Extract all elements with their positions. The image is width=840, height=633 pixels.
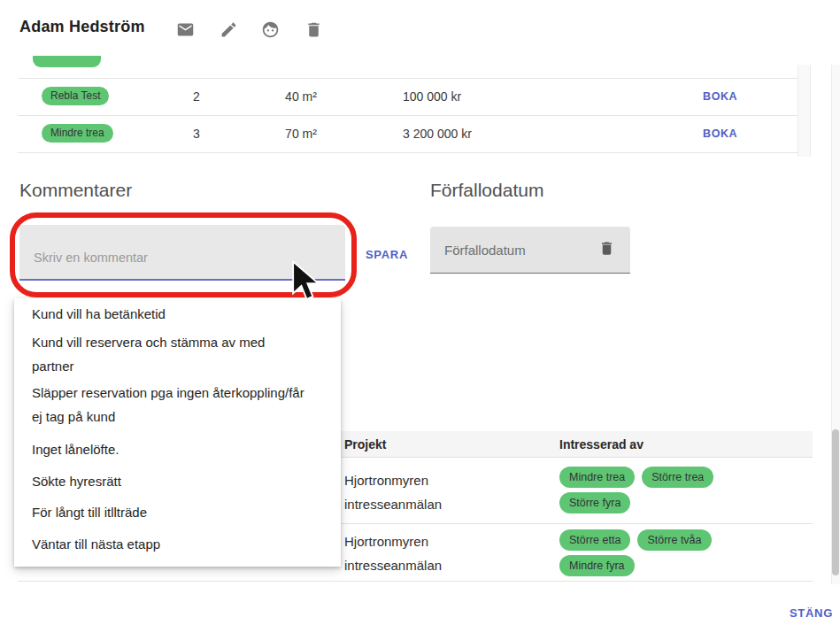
edit-contact-button[interactable] xyxy=(217,19,240,42)
suggestion-text: Kund vill reservera och stämma av med xyxy=(32,330,328,354)
unit-price: 100 000 kr xyxy=(403,88,461,105)
interest-chip: Mindre fyra xyxy=(559,555,635,576)
trash-icon xyxy=(598,240,615,260)
interest-chip: Större fyra xyxy=(559,492,630,513)
partial-unit-chip xyxy=(33,56,101,67)
suggestion-item[interactable]: Släpper reservation pga ingen återkoppli… xyxy=(14,381,341,428)
divider xyxy=(18,78,798,79)
contact-dialog: Adam Hedström Rebla Test 2 40 m² 100 000… xyxy=(0,0,840,633)
suggestion-item[interactable]: Kund vill reservera och stämma av med pa… xyxy=(14,330,341,378)
suggestion-text: ej tag på kund xyxy=(32,405,328,428)
suggestion-item[interactable]: För långt till itllträde xyxy=(14,500,341,524)
boka-button[interactable]: BOKA xyxy=(703,127,737,141)
column-header-projekt: Projekt xyxy=(344,437,386,452)
project-line: Hjortronmyren xyxy=(344,529,442,553)
contact-name-title: Adam Hedström xyxy=(19,18,145,36)
comment-suggestions-dropdown: Kund vill ha betänketid Kund vill reserv… xyxy=(14,298,341,567)
unit-type-chip: Rebla Test xyxy=(42,87,109,105)
mail-icon xyxy=(176,20,195,42)
unit-price: 3 200 000 kr xyxy=(403,125,472,143)
interest-chip: Större etta xyxy=(559,529,630,551)
interest-chips: Större etta Större tvåa Mindre fyra xyxy=(559,529,712,576)
suggestion-item[interactable]: Väntar till nästa etapp xyxy=(14,532,341,556)
project-line: intresseanmälan xyxy=(344,492,442,516)
comment-input[interactable] xyxy=(19,225,345,281)
interest-chips: Mindre trea Större trea Större fyra xyxy=(559,467,713,513)
due-date-heading: Förfallodatum xyxy=(430,180,543,201)
units-table-scrollbar[interactable] xyxy=(798,65,811,157)
unit-type-chip: Mindre trea xyxy=(42,124,113,143)
suggestion-text: För långt till itllträde xyxy=(32,500,328,524)
send-mail-button[interactable] xyxy=(173,19,197,42)
suggestion-text: Inget lånelöfte. xyxy=(32,437,328,461)
project-line: Hjortronmyren xyxy=(344,468,442,492)
suggestion-item[interactable]: Sökte hyresrätt xyxy=(14,469,341,493)
unit-area: 70 m² xyxy=(266,125,336,143)
boka-button[interactable]: BOKA xyxy=(703,89,737,104)
comments-heading: Kommentarer xyxy=(19,180,132,201)
suggestion-text: Släpper reservation pga ingen återkoppli… xyxy=(32,381,328,405)
project-name: Hjortronmyren intresseanmälan xyxy=(344,529,442,577)
close-dialog-button[interactable]: STÄNG xyxy=(790,606,833,620)
project-line: intresseanmälan xyxy=(344,553,442,577)
project-name: Hjortronmyren intresseanmälan xyxy=(344,468,442,516)
pencil-icon xyxy=(220,20,238,42)
suggestion-item[interactable]: Kund vill ha betänketid xyxy=(14,302,341,326)
save-comment-button[interactable]: SPARA xyxy=(366,248,408,261)
dialog-scrollbar-thumb[interactable] xyxy=(832,429,839,575)
interest-chip: Större trea xyxy=(642,467,713,488)
divider xyxy=(18,152,798,153)
clear-due-date-button[interactable] xyxy=(597,240,616,259)
suggestion-text: partner xyxy=(32,354,328,378)
suggestion-text: Väntar till nästa etapp xyxy=(32,532,328,556)
suggestion-item[interactable]: Inget lånelöfte. xyxy=(14,437,341,461)
unit-rooms: 3 xyxy=(186,125,207,143)
unit-area: 40 m² xyxy=(266,88,336,105)
suggestion-text: Sökte hyresrätt xyxy=(32,469,328,493)
divider xyxy=(18,115,798,116)
suggestion-text: Kund vill ha betänketid xyxy=(32,302,328,326)
trash-icon xyxy=(304,20,323,42)
face-icon xyxy=(261,20,280,42)
interest-chip: Större tvåa xyxy=(637,529,711,551)
delete-contact-button[interactable] xyxy=(302,19,325,42)
interest-chip: Mindre trea xyxy=(559,467,635,488)
unit-rooms: 2 xyxy=(186,88,207,105)
column-header-intresserad-av: Intresserad av xyxy=(559,437,643,452)
contact-profile-button[interactable] xyxy=(258,19,281,42)
